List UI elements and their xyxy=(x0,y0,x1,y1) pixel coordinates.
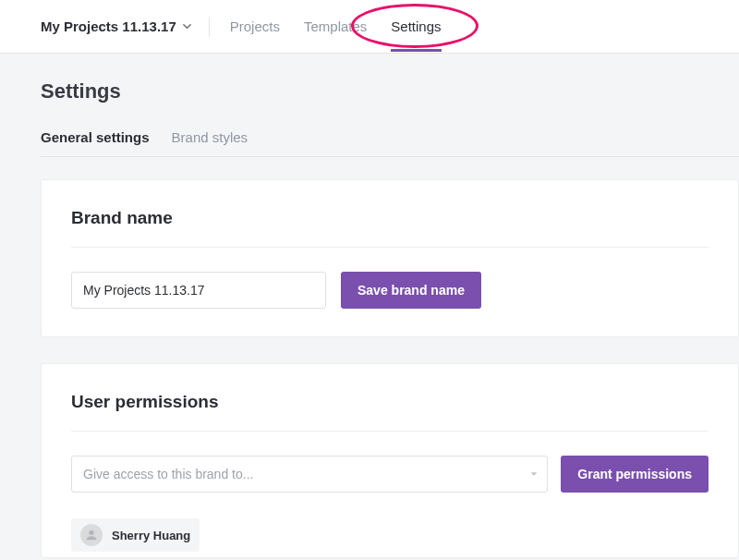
user-permissions-card: User permissions Give access to this bra… xyxy=(41,363,739,558)
nav-templates[interactable]: Templates xyxy=(304,2,367,51)
avatar xyxy=(80,524,103,546)
user-name: Sherry Huang xyxy=(112,529,190,542)
brand-dropdown-label: My Projects 11.13.17 xyxy=(41,18,176,34)
divider xyxy=(209,17,210,37)
main-nav: Projects Templates Settings xyxy=(230,2,442,51)
svg-point-0 xyxy=(89,530,93,535)
tab-brand-styles[interactable]: Brand styles xyxy=(172,129,248,156)
nav-settings[interactable]: Settings xyxy=(391,2,441,51)
grant-permissions-button[interactable]: Grant permissions xyxy=(561,456,709,493)
brand-name-card: Brand name Save brand name xyxy=(41,179,739,337)
chevron-down-icon xyxy=(182,21,192,31)
user-permissions-heading: User permissions xyxy=(71,392,709,432)
user-row: Sherry Huang xyxy=(71,518,200,552)
brand-name-heading: Brand name xyxy=(71,208,709,248)
tab-general-settings[interactable]: General settings xyxy=(41,129,150,156)
brand-dropdown[interactable]: My Projects 11.13.17 xyxy=(41,18,192,34)
page-title: Settings xyxy=(41,79,739,103)
save-brand-name-button[interactable]: Save brand name xyxy=(341,272,481,309)
access-select[interactable]: Give access to this brand to... xyxy=(71,456,548,493)
nav-projects[interactable]: Projects xyxy=(230,2,280,51)
brand-name-input[interactable] xyxy=(71,272,326,309)
access-select-placeholder: Give access to this brand to... xyxy=(71,456,548,493)
settings-subtabs: General settings Brand styles xyxy=(41,129,739,157)
